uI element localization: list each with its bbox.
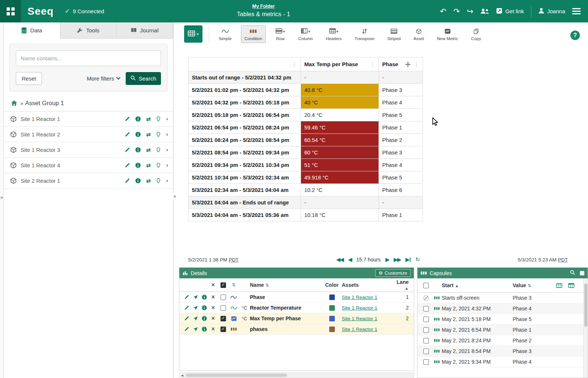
edit-asset-button[interactable]: [125, 163, 130, 168]
remove-all-button[interactable]: ×: [209, 282, 218, 288]
capsule-range-cell[interactable]: Starts out of range - 5/2/2021 04:32 pm: [189, 71, 301, 84]
details-row[interactable]: × Phase Site 1 Reactor 1 1: [179, 292, 414, 303]
tool-copy[interactable]: Copy: [467, 25, 484, 43]
column-menu-icon[interactable]: ⋮: [370, 61, 375, 68]
expand-rail-button[interactable]: »: [0, 195, 3, 200]
expand-asset-button[interactable]: ›: [166, 117, 168, 121]
swap-asset-button[interactable]: ⇄: [146, 131, 151, 138]
worksheet-title[interactable]: Tables & metrics - 1: [237, 11, 290, 18]
asset-info-button[interactable]: [135, 147, 141, 153]
pin-asset-button[interactable]: [156, 147, 161, 153]
item-checkbox[interactable]: [220, 305, 226, 311]
capsule-row[interactable]: May 2, 2021 9:34 PM Phase 4: [417, 357, 588, 367]
search-button[interactable]: Search: [126, 72, 161, 85]
tab-journal[interactable]: Journal: [116, 22, 173, 39]
metric-value-cell[interactable]: -: [301, 71, 379, 84]
capsule-row[interactable]: May 2, 2021 5:18 PM Phase 5: [417, 314, 588, 325]
capsule-range-cell[interactable]: 5/3/2021 04:04 am - Ends out of range: [189, 196, 301, 209]
capsule-range-cell[interactable]: 5/2/2021 10:34 pm - 5/3/2021 02:34 am: [189, 171, 301, 184]
item-info-button[interactable]: [200, 316, 209, 321]
phase-value-cell[interactable]: Phase 4: [379, 96, 423, 109]
select-all-checkbox[interactable]: [220, 282, 226, 288]
item-info-button[interactable]: [200, 305, 209, 310]
metric-value-cell[interactable]: 49.918 °C: [301, 171, 379, 184]
color-swatch[interactable]: [329, 295, 335, 300]
capsule-range-cell[interactable]: 5/3/2021 04:04 am - 5/3/2021 05:36 am: [189, 209, 301, 221]
range-start-value[interactable]: 5/2/2021 1:38 PM: [188, 257, 227, 263]
asset-list-item[interactable]: Site 1 Reactor 3 ⇄ ›: [4, 142, 173, 158]
asset-group-name[interactable]: Asset Group 1: [25, 100, 64, 107]
tab-data[interactable]: Data: [4, 22, 60, 39]
tool-striped[interactable]: Striped: [384, 25, 404, 43]
item-checkbox[interactable]: [220, 327, 226, 332]
metric-value-cell[interactable]: 10.18 °C: [301, 209, 379, 221]
phase-value-cell[interactable]: Phase 5: [379, 109, 423, 121]
expand-asset-button[interactable]: ›: [166, 163, 168, 167]
item-checkbox[interactable]: [220, 316, 226, 321]
get-link-button[interactable]: Get link: [496, 8, 524, 15]
tab-tools[interactable]: Tools: [60, 22, 117, 39]
scrollbar-thumb[interactable]: [584, 284, 587, 327]
capsule-checkbox[interactable]: [423, 338, 429, 343]
remove-item-button[interactable]: ×: [209, 315, 218, 322]
item-info-button[interactable]: [200, 327, 209, 332]
more-filters-toggle[interactable]: More filters: [87, 75, 120, 82]
capsule-row[interactable]: May 2, 2021 8:54 PM Phase 3: [417, 346, 588, 357]
asset-link[interactable]: Site 1 Reactor 1: [342, 316, 395, 321]
metric-value-cell[interactable]: 51 °C: [301, 159, 379, 171]
item-checkbox[interactable]: [220, 295, 226, 300]
expand-asset-button[interactable]: ›: [166, 148, 168, 152]
scroll-left-arrow[interactable]: ◀: [179, 373, 185, 378]
capsule-checkbox[interactable]: [423, 349, 429, 354]
move-column-icon[interactable]: [405, 62, 410, 67]
column-menu-icon[interactable]: ⋮: [414, 61, 419, 68]
assets-column-header[interactable]: Assets: [342, 282, 395, 288]
add-column-button[interactable]: [556, 283, 562, 288]
capsule-range-cell[interactable]: 5/2/2021 09:34 pm - 5/2/2021 10:34 pm: [189, 159, 301, 171]
phase-value-cell[interactable]: Phase 2: [379, 134, 423, 146]
navigate-item-button[interactable]: [191, 295, 200, 300]
details-row[interactable]: × °C Max Temp per Phase Site 1 Reactor 1…: [179, 313, 414, 324]
capsule-range-cell[interactable]: 5/2/2021 04:32 pm - 5/2/2021 05:18 pm: [189, 96, 301, 109]
swap-asset-button[interactable]: ⇄: [146, 178, 151, 184]
capsule-checkbox[interactable]: [423, 317, 429, 322]
asset-info-button[interactable]: [135, 178, 141, 183]
color-swatch[interactable]: [329, 305, 335, 311]
capsule-range-cell[interactable]: 5/2/2021 06:54 pm - 5/2/2021 08:24 pm: [189, 121, 301, 134]
asset-link[interactable]: Site 1 Reactor 1: [342, 327, 395, 332]
edit-asset-button[interactable]: [125, 147, 130, 153]
color-swatch[interactable]: [329, 327, 335, 332]
asset-link[interactable]: Site 1 Reactor 1: [342, 305, 395, 311]
search-input[interactable]: [16, 50, 161, 66]
tool-asset[interactable]: Asset: [410, 25, 427, 43]
select-all-capsules-checkbox[interactable]: [423, 283, 429, 288]
capsule-checkbox[interactable]: [423, 359, 429, 365]
lane-column-header[interactable]: Lane ▲: [395, 279, 411, 291]
scrollbar-thumb[interactable]: [186, 374, 287, 377]
capsule-row[interactable]: May 2, 2021 4:32 PM Phase 4: [417, 303, 588, 314]
metric-value-cell[interactable]: 40.8 °C: [301, 84, 379, 96]
metric-value-cell[interactable]: 40 °C: [301, 96, 379, 109]
capsule-range-cell[interactable]: 5/2/2021 05:18 pm - 5/2/2021 06:54 pm: [189, 109, 301, 121]
remove-item-button[interactable]: ×: [209, 326, 218, 332]
asset-list-item[interactable]: Site 2 Reactor 1 ⇄ ›: [4, 173, 173, 189]
redo-button[interactable]: ↷: [453, 7, 460, 15]
tool-column[interactable]: ▾ Column: [295, 25, 316, 43]
edit-item-button[interactable]: [182, 327, 191, 332]
expand-asset-button[interactable]: ›: [166, 179, 168, 183]
edit-item-button[interactable]: [182, 295, 191, 300]
details-hscrollbar[interactable]: ◀: [179, 372, 414, 378]
capsule-range-cell[interactable]: 5/2/2021 01:02 pm - 5/2/2021 04:32 pm: [189, 84, 301, 96]
pin-asset-button[interactable]: [156, 116, 161, 122]
capsule-range-cell[interactable]: 5/2/2021 08:54 pm - 5/2/2021 09:34 pm: [189, 146, 301, 159]
details-row[interactable]: × phases Site 1 Reactor 1: [179, 324, 414, 335]
capsule-checkbox[interactable]: [423, 295, 429, 301]
asset-list-item[interactable]: Site 1 Reactor 1 ⇄ ›: [4, 111, 173, 127]
name-column-header[interactable]: Name ⇅: [250, 282, 322, 288]
step-back-full-button[interactable]: ◀◀: [336, 256, 343, 263]
swap-asset-button[interactable]: ⇄: [146, 162, 151, 169]
hamburger-menu-button[interactable]: [572, 8, 581, 14]
metric-value-cell[interactable]: -: [301, 196, 379, 209]
phase-value-cell[interactable]: -: [379, 196, 423, 209]
pin-asset-button[interactable]: [156, 163, 161, 168]
